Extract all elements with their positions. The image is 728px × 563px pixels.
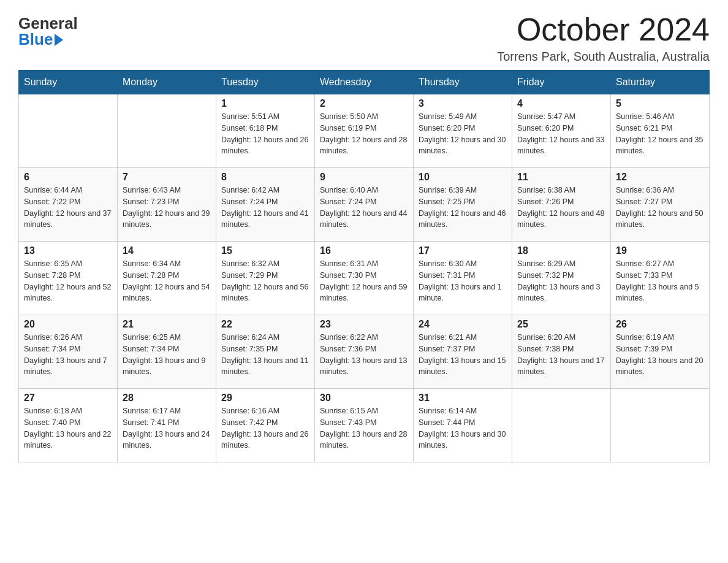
header-sunday: Sunday: [19, 71, 118, 94]
header-monday: Monday: [118, 71, 216, 94]
day-info: Sunrise: 6:19 AM Sunset: 7:39 PM Dayligh…: [616, 332, 704, 378]
day-info: Sunrise: 5:51 AM Sunset: 6:18 PM Dayligh…: [221, 111, 309, 157]
day-number: 15: [221, 245, 309, 256]
table-row: [19, 94, 118, 168]
day-info: Sunrise: 6:22 AM Sunset: 7:36 PM Dayligh…: [320, 332, 408, 378]
day-info: Sunrise: 6:31 AM Sunset: 7:30 PM Dayligh…: [320, 258, 408, 304]
logo-arrow-icon: [55, 34, 63, 46]
table-row: 9Sunrise: 6:40 AM Sunset: 7:24 PM Daylig…: [315, 168, 414, 242]
table-row: 31Sunrise: 6:14 AM Sunset: 7:44 PM Dayli…: [414, 389, 512, 462]
table-row: 23Sunrise: 6:22 AM Sunset: 7:36 PM Dayli…: [315, 315, 414, 389]
table-row: 11Sunrise: 6:38 AM Sunset: 7:26 PM Dayli…: [512, 168, 611, 242]
day-info: Sunrise: 6:30 AM Sunset: 7:31 PM Dayligh…: [419, 258, 507, 304]
table-row: [512, 389, 611, 462]
day-number: 3: [419, 98, 507, 109]
table-row: 8Sunrise: 6:42 AM Sunset: 7:24 PM Daylig…: [216, 168, 315, 242]
table-row: 7Sunrise: 6:43 AM Sunset: 7:23 PM Daylig…: [118, 168, 216, 242]
day-number: 25: [517, 319, 605, 330]
day-info: Sunrise: 6:44 AM Sunset: 7:22 PM Dayligh…: [24, 185, 112, 231]
page-header: General Blue October 2024 Torrens Park, …: [18, 12, 710, 64]
table-row: 22Sunrise: 6:24 AM Sunset: 7:35 PM Dayli…: [216, 315, 315, 389]
table-row: 5Sunrise: 5:46 AM Sunset: 6:21 PM Daylig…: [611, 94, 710, 168]
day-info: Sunrise: 5:46 AM Sunset: 6:21 PM Dayligh…: [616, 111, 704, 157]
day-info: Sunrise: 5:47 AM Sunset: 6:20 PM Dayligh…: [517, 111, 605, 157]
day-number: 20: [24, 319, 112, 330]
day-info: Sunrise: 6:35 AM Sunset: 7:28 PM Dayligh…: [24, 258, 112, 304]
day-number: 22: [221, 319, 309, 330]
day-number: 4: [517, 98, 605, 109]
table-row: 29Sunrise: 6:16 AM Sunset: 7:42 PM Dayli…: [216, 389, 315, 462]
day-number: 14: [123, 245, 211, 256]
calendar-week-row: 27Sunrise: 6:18 AM Sunset: 7:40 PM Dayli…: [19, 389, 710, 462]
table-row: 15Sunrise: 6:32 AM Sunset: 7:29 PM Dayli…: [216, 242, 315, 315]
day-info: Sunrise: 6:16 AM Sunset: 7:42 PM Dayligh…: [221, 405, 309, 451]
day-number: 30: [320, 393, 408, 404]
day-number: 2: [320, 98, 408, 109]
table-row: 20Sunrise: 6:26 AM Sunset: 7:34 PM Dayli…: [19, 315, 118, 389]
day-info: Sunrise: 6:18 AM Sunset: 7:40 PM Dayligh…: [24, 405, 112, 451]
day-info: Sunrise: 6:27 AM Sunset: 7:33 PM Dayligh…: [616, 258, 704, 304]
day-info: Sunrise: 6:39 AM Sunset: 7:25 PM Dayligh…: [419, 185, 507, 231]
calendar-week-row: 6Sunrise: 6:44 AM Sunset: 7:22 PM Daylig…: [19, 168, 710, 242]
header-tuesday: Tuesday: [216, 71, 315, 94]
table-row: 28Sunrise: 6:17 AM Sunset: 7:41 PM Dayli…: [118, 389, 216, 462]
day-info: Sunrise: 5:49 AM Sunset: 6:20 PM Dayligh…: [419, 111, 507, 157]
day-info: Sunrise: 6:36 AM Sunset: 7:27 PM Dayligh…: [616, 185, 704, 231]
day-number: 18: [517, 245, 605, 256]
table-row: 3Sunrise: 5:49 AM Sunset: 6:20 PM Daylig…: [414, 94, 512, 168]
day-info: Sunrise: 5:50 AM Sunset: 6:19 PM Dayligh…: [320, 111, 408, 157]
day-number: 13: [24, 245, 112, 256]
header-saturday: Saturday: [611, 71, 710, 94]
location-text: Torrens Park, South Australia, Australia: [497, 50, 710, 64]
day-info: Sunrise: 6:21 AM Sunset: 7:37 PM Dayligh…: [419, 332, 507, 378]
month-title: October 2024: [497, 12, 710, 47]
day-number: 27: [24, 393, 112, 404]
day-number: 12: [616, 172, 704, 183]
table-row: 19Sunrise: 6:27 AM Sunset: 7:33 PM Dayli…: [611, 242, 710, 315]
day-info: Sunrise: 6:29 AM Sunset: 7:32 PM Dayligh…: [517, 258, 605, 304]
day-info: Sunrise: 6:20 AM Sunset: 7:38 PM Dayligh…: [517, 332, 605, 378]
table-row: 14Sunrise: 6:34 AM Sunset: 7:28 PM Dayli…: [118, 242, 216, 315]
table-row: 13Sunrise: 6:35 AM Sunset: 7:28 PM Dayli…: [19, 242, 118, 315]
day-number: 21: [123, 319, 211, 330]
day-number: 28: [123, 393, 211, 404]
day-info: Sunrise: 6:43 AM Sunset: 7:23 PM Dayligh…: [123, 185, 211, 231]
day-info: Sunrise: 6:14 AM Sunset: 7:44 PM Dayligh…: [419, 405, 507, 451]
table-row: 16Sunrise: 6:31 AM Sunset: 7:30 PM Dayli…: [315, 242, 414, 315]
table-row: 21Sunrise: 6:25 AM Sunset: 7:34 PM Dayli…: [118, 315, 216, 389]
table-row: 26Sunrise: 6:19 AM Sunset: 7:39 PM Dayli…: [611, 315, 710, 389]
table-row: 12Sunrise: 6:36 AM Sunset: 7:27 PM Dayli…: [611, 168, 710, 242]
logo-general-text: General: [18, 15, 78, 31]
day-info: Sunrise: 6:24 AM Sunset: 7:35 PM Dayligh…: [221, 332, 309, 378]
table-row: 6Sunrise: 6:44 AM Sunset: 7:22 PM Daylig…: [19, 168, 118, 242]
table-row: 24Sunrise: 6:21 AM Sunset: 7:37 PM Dayli…: [414, 315, 512, 389]
header-thursday: Thursday: [414, 71, 512, 94]
day-info: Sunrise: 6:17 AM Sunset: 7:41 PM Dayligh…: [123, 405, 211, 451]
day-number: 11: [517, 172, 605, 183]
day-info: Sunrise: 6:38 AM Sunset: 7:26 PM Dayligh…: [517, 185, 605, 231]
calendar-week-row: 20Sunrise: 6:26 AM Sunset: 7:34 PM Dayli…: [19, 315, 710, 389]
table-row: 17Sunrise: 6:30 AM Sunset: 7:31 PM Dayli…: [414, 242, 512, 315]
day-info: Sunrise: 6:32 AM Sunset: 7:29 PM Dayligh…: [221, 258, 309, 304]
day-number: 7: [123, 172, 211, 183]
table-row: [118, 94, 216, 168]
day-number: 9: [320, 172, 408, 183]
logo: General Blue: [18, 15, 78, 47]
calendar-table: Sunday Monday Tuesday Wednesday Thursday…: [18, 70, 710, 462]
day-number: 23: [320, 319, 408, 330]
day-number: 16: [320, 245, 408, 256]
day-number: 17: [419, 245, 507, 256]
logo-blue-text: Blue: [18, 31, 53, 47]
day-info: Sunrise: 6:26 AM Sunset: 7:34 PM Dayligh…: [24, 332, 112, 378]
day-number: 10: [419, 172, 507, 183]
header-wednesday: Wednesday: [315, 71, 414, 94]
table-row: 18Sunrise: 6:29 AM Sunset: 7:32 PM Dayli…: [512, 242, 611, 315]
day-number: 31: [419, 393, 507, 404]
table-row: 10Sunrise: 6:39 AM Sunset: 7:25 PM Dayli…: [414, 168, 512, 242]
day-number: 26: [616, 319, 704, 330]
day-number: 29: [221, 393, 309, 404]
title-section: October 2024 Torrens Park, South Austral…: [497, 12, 710, 64]
day-number: 5: [616, 98, 704, 109]
calendar-header-row: Sunday Monday Tuesday Wednesday Thursday…: [19, 71, 710, 94]
day-number: 24: [419, 319, 507, 330]
